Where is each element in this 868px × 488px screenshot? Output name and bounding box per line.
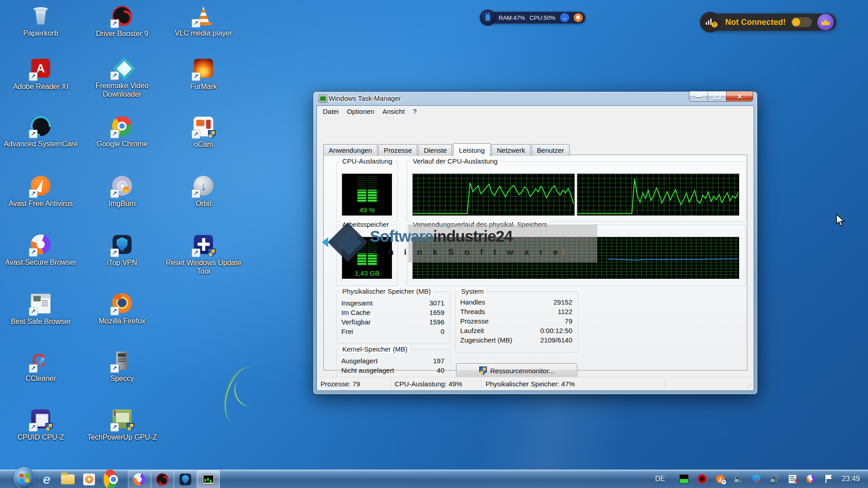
tab-netzwerk[interactable]: Netzwerk [491, 144, 531, 156]
tray-icon-volume[interactable]: 🔊 [766, 470, 783, 488]
desktop-icon-ocam[interactable]: ↗oCam [165, 116, 242, 149]
close-button[interactable]: ✕ [726, 91, 753, 101]
desktop-icon-orbit[interactable]: ↓↗Orbit [165, 175, 242, 208]
vpn-toggle-switch[interactable] [791, 17, 812, 27]
taskbar-icon-explorer[interactable] [61, 473, 75, 486]
app-icon: ↗ [112, 409, 132, 430]
start-button[interactable] [14, 467, 35, 488]
desktop-icon-best-safe-browser[interactable]: ↗Best Safe Browser [2, 293, 79, 326]
signal-orb[interactable]: ! [700, 12, 721, 33]
memory-gauge-label: Arbeitsspeicher [340, 221, 391, 228]
tab-benutzer[interactable]: Benutzer [532, 144, 570, 156]
desktop-icon-label: Papierkorb [2, 29, 79, 38]
maximize-button[interactable] [708, 91, 726, 101]
menu-ansicht[interactable]: Ansicht [378, 106, 409, 117]
premium-crown-button[interactable] [817, 14, 834, 30]
desktop-icon-vlc-media-player[interactable]: ↗VLC media player [165, 5, 242, 38]
desktop-icon-imgburn[interactable]: ↗ImgBurn [84, 175, 160, 208]
desktop-icon-techpowerup-gpu-z[interactable]: ↗TechPowerUp GPU-Z [84, 408, 160, 441]
desktop-icon-label: Mozilla Firefox [84, 317, 160, 325]
taskbar-icon-chrome[interactable] [104, 473, 117, 486]
tray-icon-asb-tray[interactable] [802, 470, 819, 488]
menu-help[interactable]: ? [409, 106, 420, 117]
desktop-icon-papierkorb[interactable]: Papierkorb [2, 5, 79, 38]
taskbar-button-taskmgr-active[interactable] [197, 470, 220, 488]
app-icon: ↗ [112, 351, 132, 371]
desktop-icon-mozilla-firefox[interactable]: ↗Mozilla Firefox [84, 293, 160, 325]
app-icon: ↗ [112, 176, 132, 197]
desktop-icon-ccleaner[interactable]: C↗CCleaner [2, 351, 79, 383]
app-icon: A↗ [30, 59, 51, 80]
uac-shield-icon [208, 249, 216, 257]
taskbar-button-asb[interactable] [128, 470, 151, 488]
desktop-icon-google-chrome[interactable]: ↗Google Chrome [84, 116, 160, 148]
app-icon: ↗ [30, 409, 51, 430]
tray-icon-scheduler-x[interactable]: ✕ [784, 470, 801, 488]
vpn-connection-widget[interactable]: ! Not Connected! [702, 13, 836, 31]
desktop-icon-label: iTop VPN [84, 258, 160, 267]
app-icon: ↗ [193, 59, 214, 80]
menu-bar: DateiOptionenAnsicht? [317, 106, 754, 118]
tab-leistung[interactable]: Leistung [453, 143, 491, 156]
menu-optionen[interactable]: Optionen [343, 106, 378, 117]
minimize-button[interactable] [689, 91, 708, 101]
desktop-icon-label: CCleaner [2, 374, 79, 383]
desktop-icon-label: Google Chrome [84, 140, 160, 148]
desktop-icon-cpuid-cpu-z[interactable]: ↗CPUID CPU-Z [2, 408, 79, 441]
tray-icon-ram-meter[interactable] [676, 470, 692, 488]
desktop-icon-itop-vpn[interactable]: ↗iTop VPN [84, 234, 160, 267]
desktop-icon-furmark[interactable]: ↗FurMark [165, 58, 242, 91]
taskbar-button-itop[interactable] [174, 470, 197, 488]
watermark-overlay [408, 225, 597, 263]
desktop-icon-advanced-systemcare[interactable]: ↗Advanced SystemCare [2, 116, 79, 148]
tab-dienste[interactable]: Dienste [418, 144, 452, 156]
desktop-icon-label: Orbit [165, 199, 242, 208]
shortcut-arrow-icon: ↗ [29, 364, 38, 373]
expand-arrow-button[interactable]: → [560, 13, 569, 22]
taskbar-button-booster[interactable] [151, 470, 174, 488]
app-icon: ↗ [30, 176, 51, 197]
cpu-gauge-label: CPU-Auslastung [340, 157, 394, 165]
tray-icon-itop-tray[interactable] [748, 470, 764, 488]
tab-anwendungen[interactable]: Anwendungen [323, 144, 377, 156]
resize-grip[interactable]: ⋰ [747, 383, 753, 389]
language-indicator[interactable]: DE [651, 470, 669, 488]
desktop-icon-driver-booster-9[interactable]: ↗Driver Booster 9 [84, 5, 160, 38]
desktop-icon-label: Avast Secure Browser [2, 258, 79, 267]
system-label: System [459, 287, 486, 295]
shortcut-arrow-icon: ↗ [192, 189, 200, 198]
menu-datei[interactable]: Datei [319, 106, 343, 117]
title-bar[interactable]: Windows Task-Manager ✕ [313, 92, 757, 105]
desktop-screen: Papierkorb↗Driver Booster 9↗VLC media pl… [0, 0, 868, 488]
desktop-icon-avast-secure-browser[interactable]: ↗Avast Secure Browser [2, 234, 79, 267]
desktop-icon-avast-free-antivirus[interactable]: ↗Avast Free Antivirus [2, 175, 79, 208]
taskbar-clock[interactable]: 23:49 [842, 470, 860, 488]
tray-icon-action-flag[interactable] [821, 470, 837, 488]
desktop-icon-speccy[interactable]: ↗Speccy [84, 351, 160, 383]
desktop-icon-reset-windows-update-tool[interactable]: ↗Reset Windows Update Tool [165, 234, 242, 276]
vpn-widget-orb[interactable] [480, 9, 496, 26]
resource-monitor-button[interactable]: Ressourcenmonitor... [456, 363, 577, 378]
resource-monitor-label: Ressourcenmonitor... [490, 367, 554, 375]
tray-icon-audio-muted[interactable]: 🔈 [730, 470, 746, 488]
stat-row: Insgesamt3071 [337, 298, 450, 308]
uac-shield-icon [208, 130, 216, 139]
taskbar[interactable]: e ✕🔈🔊✕ DE 23:49 [0, 470, 868, 488]
tray-icon-booster-tray[interactable] [694, 470, 710, 488]
shortcut-arrow-icon: ↗ [110, 423, 119, 432]
memory-usage-gauge: 1,43 GB [342, 237, 392, 279]
tray-icon-avast-tray[interactable]: ✕ [712, 470, 728, 488]
minimize-icon [696, 96, 702, 97]
taskbar-icon-wmp[interactable] [82, 473, 96, 486]
plug-icon [486, 14, 490, 21]
vpn-performance-widget[interactable]: RAM:47% CPU:50% → [481, 11, 585, 24]
cpu-history-graph-2 [577, 174, 740, 216]
tab-prozesse[interactable]: Prozesse [378, 144, 418, 156]
desktop-icon-adobe-reader-xi[interactable]: A↗Adobe Reader XI [2, 58, 79, 91]
desktop-icon-freemake-video-downloader[interactable]: ↗Freemake Video Downloader [84, 58, 160, 99]
taskbar-icon-ie[interactable]: e [40, 473, 53, 486]
app-icon: ↗ [30, 116, 51, 137]
app-icon: ↗ [193, 235, 214, 256]
notification-bell-button[interactable] [574, 13, 583, 22]
app-icon: ↗ [193, 5, 214, 26]
